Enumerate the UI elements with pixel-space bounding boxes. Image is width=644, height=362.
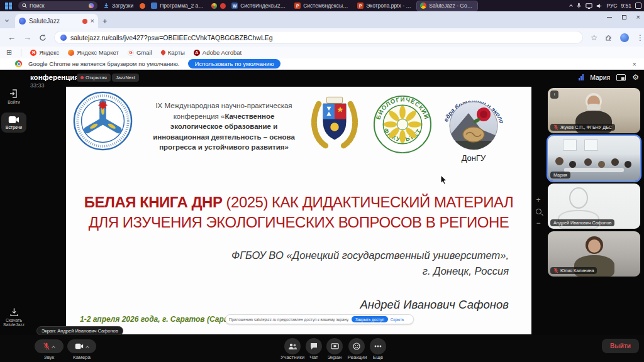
taskbar-search[interactable]: Поиск xyxy=(18,1,97,10)
browser-tabstrip: SaluteJazz × + × xyxy=(0,11,644,28)
left-rail: Войти Встречи Скачать SaluteJazz EN 26.2… xyxy=(0,70,28,362)
address-bar[interactable]: salutejazz.ru/calls/jve427?psw=OBEIEEcCV… xyxy=(54,31,583,44)
chat-button[interactable] xyxy=(306,338,322,354)
university-emblem-logo xyxy=(72,90,133,151)
bookmark-star-icon[interactable]: ☆ xyxy=(591,33,597,42)
mute-label: Звук xyxy=(35,354,64,360)
more-button[interactable] xyxy=(370,338,386,354)
display-icon[interactable] xyxy=(586,3,592,9)
reload-icon[interactable] xyxy=(39,34,47,41)
mute-button[interactable] xyxy=(35,339,64,353)
screen: Поиск Загрузки Программа_2 апрел... W Си… xyxy=(0,0,644,362)
notification-center-icon[interactable] xyxy=(635,3,641,9)
search-icon xyxy=(22,3,27,8)
camera-button[interactable] xyxy=(67,339,96,353)
call-controls-bar: Звук Камера Участники Чат Экран Реакции xyxy=(0,335,644,362)
taskbar-item-chrome-active[interactable]: SaluteJazz - Google C... xyxy=(417,1,477,11)
bookmark-yandex-market[interactable]: Яндекс Маркет xyxy=(68,49,119,56)
apps-grid-icon[interactable]: ⊞ xyxy=(6,48,12,57)
tab-close-icon[interactable]: × xyxy=(91,18,94,25)
badge-jazznext[interactable]: JazzNext xyxy=(112,74,139,82)
minimize-icon[interactable] xyxy=(607,17,612,18)
participant-tile-maria[interactable]: Мария xyxy=(548,136,640,181)
app-icon-orange[interactable] xyxy=(140,3,145,9)
chevron-up-icon[interactable] xyxy=(52,346,55,349)
current-user-name: Мария xyxy=(590,74,610,81)
mic-muted-icon xyxy=(43,343,50,350)
badge-open-conference[interactable]: Открытая xyxy=(77,74,111,82)
taskbar-item-downloads[interactable]: Загрузки xyxy=(100,1,136,11)
bookmark-gmail[interactable]: G Gmail xyxy=(128,49,152,56)
participant-tile-safonov[interactable]: Андрей Иванович Сафонов xyxy=(548,184,640,229)
forward-icon[interactable]: → xyxy=(23,33,31,42)
maximize-icon[interactable] xyxy=(622,15,626,19)
taskbar-item-label: Систем6ндексы.ppt[Со... xyxy=(303,3,348,9)
yandex-market-icon xyxy=(68,50,74,56)
tab-search-icon[interactable] xyxy=(5,18,9,22)
bookmark-yandex[interactable]: Я Яндекс xyxy=(30,49,59,56)
rail-download-app[interactable]: Скачать SaluteJazz xyxy=(1,307,26,327)
stop-sharing-button[interactable]: Закрыть доступ xyxy=(352,316,388,322)
default-browser-banner: Google Chrome не является браузером по у… xyxy=(0,58,644,70)
rail-meetings[interactable]: Встречи xyxy=(1,112,26,133)
chat-icon xyxy=(310,343,318,350)
participant-tile-zhukov[interactable]: ⁝ Жуков С.П., ФГБНУ ДБС xyxy=(548,88,640,133)
browser-tab-active[interactable]: SaluteJazz × xyxy=(15,14,98,28)
copilot-icon xyxy=(89,3,94,8)
screen-label: Экран xyxy=(323,354,346,360)
windows-taskbar: Поиск Загрузки Программа_2 апрел... W Си… xyxy=(0,0,644,11)
bookmark-label: Gmail xyxy=(136,49,152,56)
tray-clock[interactable]: 9:51 xyxy=(621,3,631,9)
window-controls: × xyxy=(607,14,640,21)
hide-banner-link[interactable]: Скрыть xyxy=(391,317,404,322)
taskbar-item-word[interactable]: W Сист6Индексы2007.d... xyxy=(228,1,289,11)
taskbar-item-ppt2[interactable]: P Экотропа.pptx - Pow... xyxy=(354,1,414,11)
slide-date-place: 1-2 апреля 2026 года, г. Саратов (Сара xyxy=(80,315,228,324)
bookmark-label: Карты xyxy=(168,49,185,56)
profile-avatar[interactable] xyxy=(620,33,629,42)
slide-affiliation: ФГБОУ ВО «Донецкий государственный униве… xyxy=(157,248,509,279)
browser-menu-icon[interactable]: ⋮ xyxy=(636,33,644,42)
use-default-button[interactable]: Использовать по умолчанию xyxy=(188,59,280,69)
taskbar-item-programma[interactable]: Программа_2 апрел... xyxy=(148,1,208,11)
chevron-up-icon[interactable] xyxy=(86,346,89,349)
screen-share-icon xyxy=(331,343,339,350)
tab-title: SaluteJazz xyxy=(29,18,60,25)
gear-icon[interactable]: ⚙ xyxy=(632,73,639,82)
rail-login[interactable]: Войти xyxy=(1,89,26,104)
participant-name-badge: Юлия Калинина xyxy=(550,267,597,274)
leave-button[interactable]: Выйти xyxy=(602,339,639,353)
participants-button[interactable] xyxy=(284,338,301,354)
zoom-in-button[interactable]: + xyxy=(536,195,540,204)
zoom-out-button[interactable]: − xyxy=(536,219,540,228)
banner-close-icon[interactable]: × xyxy=(633,60,636,68)
toolbar-actions: ☆ ⋮ xyxy=(591,33,644,42)
zoom-reset-icon[interactable] xyxy=(536,209,541,214)
taskbar-item-label: SaluteJazz - Google C... xyxy=(429,3,474,9)
taskbar-item-ppt1[interactable]: P Систем6ндексы.ppt[Со... xyxy=(291,1,352,11)
camera-icon xyxy=(75,343,84,349)
bookmark-acrobat[interactable]: A Adobe Acrobat xyxy=(194,49,242,56)
app-icon-red[interactable] xyxy=(220,3,226,9)
tray-expand-icon[interactable] xyxy=(570,4,574,8)
chat-label: Чат xyxy=(306,354,322,360)
start-button[interactable] xyxy=(3,0,13,11)
layout-view-icon[interactable] xyxy=(616,74,626,81)
app-icon-color[interactable] xyxy=(211,3,217,9)
close-window-icon[interactable]: × xyxy=(636,14,640,21)
participants-icon xyxy=(288,343,297,350)
bookmark-label: Adobe Acrobat xyxy=(203,49,242,56)
microphone-icon[interactable] xyxy=(576,3,582,9)
taskbar-item-label: Сист6Индексы2007.d... xyxy=(240,3,286,9)
tray-language[interactable]: РУС xyxy=(606,3,617,9)
extensions-icon[interactable] xyxy=(605,34,613,41)
back-icon[interactable]: ← xyxy=(8,33,16,42)
divider xyxy=(21,49,21,57)
reactions-button[interactable] xyxy=(348,338,365,354)
participant-tile-kalinina[interactable]: Юлия Калинина xyxy=(548,231,640,277)
bookmark-maps[interactable]: Карты xyxy=(161,49,185,56)
speaker-icon[interactable] xyxy=(596,3,602,9)
new-tab-button[interactable]: + xyxy=(103,16,108,26)
screen-share-button[interactable] xyxy=(326,338,343,354)
video-camera-icon xyxy=(8,116,19,124)
